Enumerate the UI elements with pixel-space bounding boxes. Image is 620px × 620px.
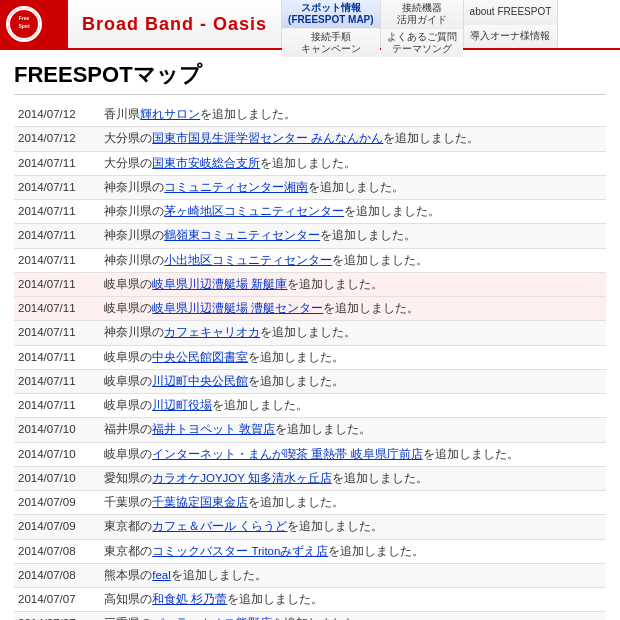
content-cell: 岐阜県の川辺町役場を追加しました。: [100, 394, 606, 418]
table-row: 2014/07/11神奈川県のコミュニティセンター湘南を追加しました。: [14, 175, 606, 199]
location-link[interactable]: カラオケJOYJOY 知多清水ヶ丘店: [152, 472, 332, 484]
table-row: 2014/07/07高知県の和食処 杉乃蕾を追加しました。: [14, 588, 606, 612]
pref-text: 岐阜県の: [104, 399, 152, 411]
content-cell: 熊本県のfealを追加しました。: [100, 563, 606, 587]
content-cell: 岐阜県の岐阜県川辺漕艇場 漕艇センターを追加しました。: [100, 297, 606, 321]
date-cell: 2014/07/11: [14, 394, 100, 418]
location-link[interactable]: 千葉協定国東金店: [152, 496, 248, 508]
suffix-text: を追加しました。: [171, 569, 267, 581]
suffix-text: を追加しました。: [332, 472, 428, 484]
date-cell: 2014/07/11: [14, 151, 100, 175]
pref-text: 福井県の: [104, 423, 152, 435]
table-row: 2014/07/08東京都のコミックバスター Tritonみずえ店を追加しました…: [14, 539, 606, 563]
suffix-text: を追加しました。: [200, 108, 296, 120]
location-link[interactable]: 茅ヶ崎地区コミュニティセンター: [164, 205, 344, 217]
pref-text: 岐阜県の: [104, 375, 152, 387]
suffix-text: を追加しました。: [308, 181, 404, 193]
header: Free Spot Broad Band - Oasis スポット情報(FREE…: [0, 0, 620, 50]
location-link[interactable]: カフェキャリオカ: [164, 326, 260, 338]
location-link[interactable]: 和食処 杉乃蕾: [152, 593, 227, 605]
content-cell: 神奈川県の茅ヶ崎地区コミュニティセンターを追加しました。: [100, 200, 606, 224]
news-table: 2014/07/12香川県輝れサロンを追加しました。2014/07/12大分県の…: [14, 103, 606, 620]
location-link[interactable]: 川辺町中央公民館: [152, 375, 248, 387]
nav-col-2: 接続機器活用ガイド よくあるご質問テーマソング: [381, 0, 464, 48]
table-row: 2014/07/12大分県の国東市国見生涯学習センター みんなんかんを追加しまし…: [14, 127, 606, 151]
location-link[interactable]: 輝れサロン: [140, 108, 200, 120]
pref-text: 熊本県の: [104, 569, 152, 581]
location-link[interactable]: 小出地区コミュニティセンター: [164, 254, 332, 266]
table-row: 2014/07/10岐阜県のインターネット・まんが喫茶 重熱帯 岐阜県庁前店を追…: [14, 442, 606, 466]
location-link[interactable]: 国東市国見生涯学習センター みんなんかん: [152, 132, 383, 144]
table-row: 2014/07/08熊本県のfealを追加しました。: [14, 563, 606, 587]
pref-text: 岐阜県の: [104, 302, 152, 314]
suffix-text: を追加しました。: [248, 351, 344, 363]
pref-text: 神奈川県の: [104, 205, 164, 217]
nav-connection-steps[interactable]: 接続手順キャンペーン: [282, 29, 380, 57]
pref-text: 神奈川県の: [104, 229, 164, 241]
content-cell: 岐阜県のインターネット・まんが喫茶 重熱帯 岐阜県庁前店を追加しました。: [100, 442, 606, 466]
location-link[interactable]: 鶴嶺東コミュニティセンター: [164, 229, 320, 241]
table-row: 2014/07/11岐阜県の岐阜県川辺漕艇場 新艇庫を追加しました。: [14, 272, 606, 296]
suffix-text: を追加しました。: [383, 132, 479, 144]
location-link[interactable]: 川辺町役場: [152, 399, 212, 411]
pref-text: 高知県の: [104, 593, 152, 605]
date-cell: 2014/07/10: [14, 466, 100, 490]
pref-text: 大分県の: [104, 132, 152, 144]
date-cell: 2014/07/11: [14, 200, 100, 224]
nav-devices[interactable]: 接続機器活用ガイド: [381, 0, 463, 29]
date-cell: 2014/07/11: [14, 224, 100, 248]
table-row: 2014/07/11岐阜県の中央公民館図書室を追加しました。: [14, 345, 606, 369]
date-cell: 2014/07/11: [14, 272, 100, 296]
nav-col-1: スポット情報(FREESPOT MAP) 接続手順キャンペーン: [282, 0, 381, 48]
table-row: 2014/07/10福井県の福井トヨペット 敦賀店を追加しました。: [14, 418, 606, 442]
suffix-text: を追加しました。: [248, 375, 344, 387]
suffix-text: を追加しました。: [323, 302, 419, 314]
table-row: 2014/07/10愛知県のカラオケJOYJOY 知多清水ヶ丘店を追加しました。: [14, 466, 606, 490]
nav-col-3: about FREESPOT 導入オーナ様情報: [464, 0, 559, 48]
location-link[interactable]: 岐阜県川辺漕艇場 新艇庫: [152, 278, 287, 290]
location-link[interactable]: カフェ＆バール くらうど: [152, 520, 287, 532]
pref-text: 香川県: [104, 108, 140, 120]
location-link[interactable]: 中央公民館図書室: [152, 351, 248, 363]
date-cell: 2014/07/10: [14, 442, 100, 466]
suffix-text: を追加しました。: [344, 205, 440, 217]
date-cell: 2014/07/07: [14, 588, 100, 612]
content-cell: 三重県のパーラーカオス熊野店を追加しました。: [100, 612, 606, 620]
suffix-text: を追加しました。: [287, 278, 383, 290]
suffix-text: を追加しました。: [260, 157, 356, 169]
location-link[interactable]: 岐阜県川辺漕艇場 漕艇センター: [152, 302, 323, 314]
date-cell: 2014/07/09: [14, 491, 100, 515]
location-link[interactable]: 福井トヨペット 敦賀店: [152, 423, 275, 435]
pref-text: 岐阜県の: [104, 448, 152, 460]
suffix-text: を追加しました。: [227, 593, 323, 605]
nav-spot-info[interactable]: スポット情報(FREESPOT MAP): [282, 0, 380, 29]
nav-about[interactable]: about FREESPOT: [464, 0, 558, 25]
location-link[interactable]: インターネット・まんが喫茶 重熱帯 岐阜県庁前店: [152, 448, 422, 460]
suffix-text: を追加しました。: [248, 496, 344, 508]
date-cell: 2014/07/11: [14, 321, 100, 345]
suffix-text: を追加しました。: [320, 229, 416, 241]
content-cell: 大分県の国東市安岐総合支所を追加しました。: [100, 151, 606, 175]
location-link[interactable]: 国東市安岐総合支所: [152, 157, 260, 169]
nav-owner[interactable]: 導入オーナ様情報: [464, 25, 558, 49]
location-link[interactable]: コミックバスター Tritonみずえ店: [152, 545, 328, 557]
pref-text: 東京都の: [104, 520, 152, 532]
nav-faq[interactable]: よくあるご質問テーマソング: [381, 29, 463, 57]
location-link[interactable]: feal: [152, 569, 171, 581]
suffix-text: を追加しました。: [275, 423, 371, 435]
table-row: 2014/07/11神奈川県のカフェキャリオカを追加しました。: [14, 321, 606, 345]
brand-name: Broad Band - Oasis: [82, 14, 267, 35]
date-cell: 2014/07/11: [14, 369, 100, 393]
svg-text:Free: Free: [19, 15, 30, 21]
content-cell: 東京都のコミックバスター Tritonみずえ店を追加しました。: [100, 539, 606, 563]
svg-text:Spot: Spot: [18, 23, 29, 29]
page-title: FREESPOTマップ: [14, 60, 606, 95]
suffix-text: を追加しました。: [328, 545, 424, 557]
content-cell: 神奈川県のコミュニティセンター湘南を追加しました。: [100, 175, 606, 199]
table-row: 2014/07/09千葉県の千葉協定国東金店を追加しました。: [14, 491, 606, 515]
table-row: 2014/07/12香川県輝れサロンを追加しました。: [14, 103, 606, 127]
content-cell: 大分県の国東市国見生涯学習センター みんなんかんを追加しました。: [100, 127, 606, 151]
pref-text: 岐阜県の: [104, 351, 152, 363]
location-link[interactable]: コミュニティセンター湘南: [164, 181, 308, 193]
table-row: 2014/07/09東京都のカフェ＆バール くらうどを追加しました。: [14, 515, 606, 539]
